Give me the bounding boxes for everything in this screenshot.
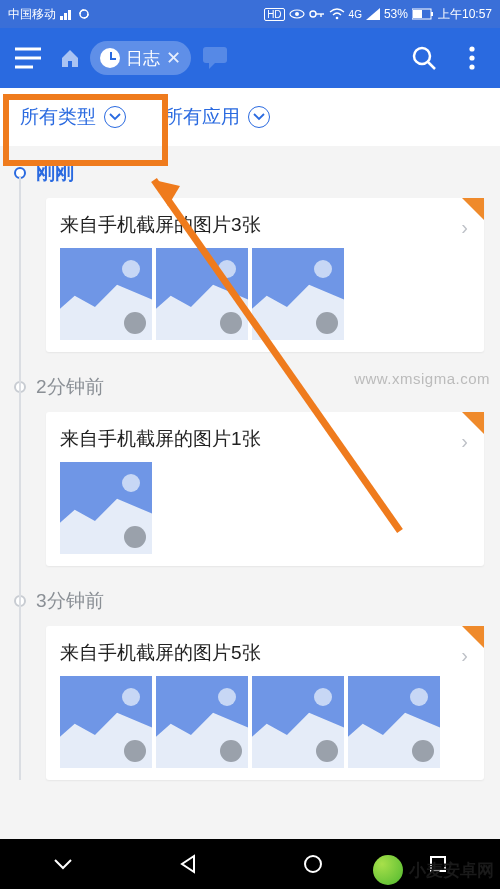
menu-button[interactable] xyxy=(6,36,50,80)
feed: 刚刚 来自手机截屏的图片3张 › 2分钟前 来自手机截屏的图片1张 › 3分钟前… xyxy=(0,146,500,780)
feed-card[interactable]: 来自手机截屏的图片5张 › xyxy=(46,626,484,780)
card-title: 来自手机截屏的图片5张 xyxy=(60,640,470,666)
svg-point-21 xyxy=(469,55,474,60)
svg-marker-17 xyxy=(209,63,215,69)
image-thumbnail[interactable] xyxy=(60,248,152,340)
filter-type-dropdown[interactable]: 所有类型 xyxy=(0,88,146,146)
svg-rect-0 xyxy=(60,16,63,20)
svg-marker-25 xyxy=(182,856,194,872)
filter-bar: 所有类型 所有应用 xyxy=(0,88,500,146)
hamburger-icon xyxy=(15,47,41,69)
eye-icon xyxy=(289,8,305,20)
svg-rect-16 xyxy=(203,47,227,63)
nav-hide-button[interactable] xyxy=(33,857,93,871)
carrier-label: 中国移动 xyxy=(8,6,56,23)
image-thumbnail[interactable] xyxy=(156,676,248,768)
circle-home-icon xyxy=(303,854,323,874)
nav-home-button[interactable] xyxy=(283,854,343,874)
svg-marker-9 xyxy=(366,8,380,20)
image-thumbnail[interactable] xyxy=(156,248,248,340)
feed-card[interactable]: 来自手机截屏的图片3张 › xyxy=(46,198,484,352)
chart-icon xyxy=(60,8,74,20)
svg-rect-12 xyxy=(431,12,433,16)
image-thumbnail[interactable] xyxy=(252,676,344,768)
home-icon xyxy=(59,47,81,69)
status-bar: 中国移动 HD 4G 53% 上午10:57 xyxy=(0,0,500,28)
time-header: 3分钟前 xyxy=(0,578,500,622)
chevron-down-icon xyxy=(104,106,126,128)
home-button[interactable] xyxy=(54,42,86,74)
time-label: 2分钟前 xyxy=(36,374,104,400)
battery-icon xyxy=(412,8,434,20)
clock-icon xyxy=(100,48,120,68)
filter-type-label: 所有类型 xyxy=(20,104,96,130)
thumbnail-row xyxy=(60,248,470,340)
svg-point-5 xyxy=(310,11,316,17)
thumbnail-row xyxy=(60,462,470,554)
triangle-back-icon xyxy=(178,854,198,874)
signal-icon xyxy=(366,8,380,20)
search-icon xyxy=(411,45,437,71)
time-label: 刚刚 xyxy=(36,160,74,186)
tab-label: 日志 xyxy=(126,47,160,70)
chevron-right-icon: › xyxy=(461,430,468,453)
active-tab[interactable]: 日志 ✕ xyxy=(90,41,191,75)
time-header: 刚刚 xyxy=(0,150,500,194)
feed-card[interactable]: 来自手机截屏的图片1张 › xyxy=(46,412,484,566)
clock-label: 上午10:57 xyxy=(438,6,492,23)
timeline-line xyxy=(19,176,21,780)
time-label: 3分钟前 xyxy=(36,588,104,614)
status-left: 中国移动 xyxy=(8,6,92,23)
svg-rect-2 xyxy=(68,10,71,20)
nav-back-button[interactable] xyxy=(158,854,218,874)
filter-app-label: 所有应用 xyxy=(164,104,240,130)
chevron-right-icon: › xyxy=(461,644,468,667)
filter-app-dropdown[interactable]: 所有应用 xyxy=(156,88,278,146)
svg-point-8 xyxy=(335,17,338,20)
chevron-down-icon xyxy=(53,857,73,871)
loop-icon xyxy=(78,8,92,20)
brand-name: 小麦安卓网 xyxy=(409,859,494,882)
time-header: 2分钟前 xyxy=(0,364,500,408)
brand-logo-icon xyxy=(373,855,403,885)
svg-point-4 xyxy=(295,12,299,16)
thumbnail-row xyxy=(60,676,470,768)
wifi-icon xyxy=(329,8,345,20)
svg-rect-11 xyxy=(413,10,422,18)
close-tab-button[interactable]: ✕ xyxy=(166,47,181,69)
svg-point-26 xyxy=(305,856,321,872)
svg-line-19 xyxy=(428,62,435,69)
svg-point-22 xyxy=(469,64,474,69)
svg-point-18 xyxy=(414,48,430,64)
brand-footer: 小麦安卓网 xyxy=(373,855,494,885)
image-thumbnail[interactable] xyxy=(348,676,440,768)
battery-pct: 53% xyxy=(384,7,408,21)
chevron-down-icon xyxy=(248,106,270,128)
network-label: 4G xyxy=(349,9,362,20)
chat-ghost-icon xyxy=(201,45,231,71)
vpn-key-icon xyxy=(309,8,325,20)
more-vertical-icon xyxy=(468,45,476,71)
chevron-right-icon: › xyxy=(461,216,468,239)
app-bar: 日志 ✕ xyxy=(0,28,500,88)
card-title: 来自手机截屏的图片3张 xyxy=(60,212,470,238)
image-thumbnail[interactable] xyxy=(60,676,152,768)
svg-point-20 xyxy=(469,46,474,51)
search-button[interactable] xyxy=(402,36,446,80)
svg-rect-1 xyxy=(64,13,67,20)
status-right: HD 4G 53% 上午10:57 xyxy=(264,6,492,23)
image-thumbnail[interactable] xyxy=(60,462,152,554)
image-thumbnail[interactable] xyxy=(252,248,344,340)
more-button[interactable] xyxy=(450,36,494,80)
card-title: 来自手机截屏的图片1张 xyxy=(60,426,470,452)
hd-indicator: HD xyxy=(264,8,284,21)
